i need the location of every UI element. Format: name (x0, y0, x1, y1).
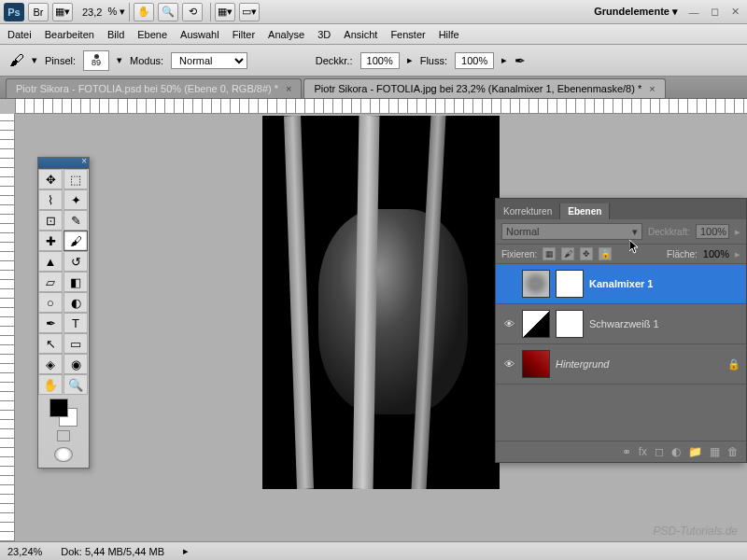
layer-mask-thumb[interactable] (556, 310, 584, 338)
layer-name[interactable]: Schwarzweiß 1 (589, 318, 740, 329)
type-tool[interactable]: T (63, 313, 88, 333)
canvas[interactable] (262, 116, 500, 489)
menu-ebene[interactable]: Ebene (137, 29, 167, 40)
document-tab-2[interactable]: Piotr Sikora - FOTOLIA.jpg bei 23,2% (Ka… (303, 78, 665, 98)
close-button[interactable]: ✕ (726, 6, 743, 19)
rotate-view-button[interactable]: ⟲ (182, 3, 203, 21)
status-zoom[interactable]: 23,24% (7, 546, 42, 557)
stamp-tool[interactable]: ▲ (38, 251, 63, 272)
layer-name[interactable]: Hintergrund (556, 358, 722, 370)
layer-thumb[interactable] (522, 350, 550, 378)
lock-icon: 🔒 (727, 358, 740, 371)
tab-ebenen[interactable]: Ebenen (560, 203, 610, 219)
document-tab-1[interactable]: Piotr Sikora - FOTOLIA.psd bei 50% (Eben… (6, 78, 302, 98)
mode-label: Modus: (130, 55, 163, 66)
tab-korrekturen[interactable]: Korrekturen (496, 203, 560, 219)
menu-datei[interactable]: Datei (7, 29, 32, 40)
zoom-tool-button[interactable]: 🔍 (158, 3, 178, 21)
blur-tool[interactable]: ○ (38, 292, 63, 313)
layer-opacity-label: Deckkraft: (648, 227, 690, 237)
vertical-ruler[interactable] (0, 114, 15, 551)
shape-tool[interactable]: ▭ (63, 333, 88, 354)
quick-mask-icon[interactable] (57, 430, 70, 441)
color-swatches[interactable] (49, 399, 78, 427)
bridge-button[interactable]: Br (28, 3, 49, 21)
fill-input[interactable]: 100% (703, 248, 729, 259)
maximize-button[interactable]: ◻ (706, 6, 723, 19)
layer-schwarzweiss[interactable]: 👁 Schwarzweiß 1 (496, 304, 746, 344)
group-icon[interactable]: 📁 (688, 445, 702, 458)
wand-tool[interactable]: ✦ (63, 189, 88, 210)
foreground-color[interactable] (49, 399, 68, 417)
adjustment-icon[interactable]: ◐ (671, 445, 681, 458)
layer-kanalmixer[interactable]: Kanalmixer 1 (496, 264, 746, 304)
lock-all[interactable]: 🔒 (599, 247, 612, 260)
menu-analyse[interactable]: Analyse (268, 29, 304, 40)
visibility-toggle[interactable]: 👁 (501, 358, 516, 370)
lasso-tool[interactable]: ⌇ (38, 189, 63, 210)
flow-input[interactable]: 100% (455, 52, 494, 69)
layer-mask-thumb[interactable] (556, 270, 584, 298)
fill-label: Fläche: (667, 249, 698, 259)
pen-tool[interactable]: ✒ (38, 313, 63, 333)
close-tab-icon[interactable]: × (286, 83, 291, 94)
zoom-tool[interactable]: 🔍 (63, 374, 88, 395)
brush-tool[interactable]: 🖌 (63, 231, 88, 251)
mask-icon[interactable]: ◻ (655, 445, 664, 458)
horizontal-ruler[interactable] (15, 99, 747, 114)
history-brush-tool[interactable]: ↺ (63, 251, 88, 272)
view-extras-dropdown[interactable]: ▦▾ (52, 3, 73, 21)
fx-icon[interactable]: fx (639, 445, 647, 458)
minimize-button[interactable]: — (685, 6, 702, 19)
arrange-dropdown[interactable]: ▦▾ (215, 3, 235, 21)
workspace-switcher[interactable]: Grundelemente ▾ (594, 6, 678, 18)
menu-fenster[interactable]: Fenster (390, 29, 425, 40)
hand-tool[interactable]: ✋ (38, 374, 63, 395)
menu-hilfe[interactable]: Hilfe (439, 29, 459, 40)
opacity-input[interactable]: 100% (360, 52, 400, 69)
menu-auswahl[interactable]: Auswahl (180, 29, 219, 40)
menu-3d[interactable]: 3D (317, 29, 331, 40)
zoom-value[interactable]: 23,2 (82, 7, 102, 18)
3d-tool[interactable]: ◈ (38, 354, 63, 374)
dodge-tool[interactable]: ◐ (63, 292, 88, 313)
screen-mode-icon[interactable] (54, 447, 73, 462)
lock-transparency[interactable]: ▦ (543, 247, 556, 260)
link-layers-icon[interactable]: ⚭ (622, 445, 631, 458)
status-doc-size[interactable]: Dok: 5,44 MB/5,44 MB (61, 546, 164, 557)
toolbox: ✥ ⬚ ⌇ ✦ ⊡ ✎ ✚ 🖌 ▲ ↺ ▱ ◧ ○ ◐ ✒ T ↖ ▭ ◈ ◉ … (37, 157, 90, 469)
layer-name[interactable]: Kanalmixer 1 (589, 278, 740, 289)
gradient-tool[interactable]: ◧ (63, 272, 88, 292)
lock-pixels[interactable]: 🖌 (561, 247, 574, 260)
eyedropper-tool[interactable]: ✎ (63, 210, 88, 231)
lock-position[interactable]: ✥ (580, 247, 593, 260)
path-tool[interactable]: ↖ (38, 333, 63, 354)
hand-tool-button[interactable]: ✋ (134, 3, 154, 21)
new-layer-icon[interactable]: ▦ (710, 445, 720, 458)
layer-hintergrund[interactable]: 👁 Hintergrund 🔒 (496, 344, 746, 385)
adjustment-thumb-icon[interactable] (522, 270, 550, 298)
3d-camera-tool[interactable]: ◉ (63, 354, 88, 374)
heal-tool[interactable]: ✚ (38, 231, 63, 251)
opacity-label: Deckkr.: (316, 55, 353, 66)
eraser-tool[interactable]: ▱ (38, 272, 63, 292)
layer-blend-mode[interactable]: Normal▾ (501, 223, 642, 240)
menu-ansicht[interactable]: Ansicht (344, 29, 377, 40)
layers-panel: Korrekturen Ebenen Normal▾ Deckkraft: 10… (495, 198, 747, 463)
close-tab-icon[interactable]: × (649, 83, 655, 94)
menu-bild[interactable]: Bild (107, 29, 124, 40)
toolbox-header[interactable] (38, 158, 89, 169)
marquee-tool[interactable]: ⬚ (63, 169, 88, 189)
menu-bearbeiten[interactable]: Bearbeiten (45, 29, 94, 40)
blend-mode-select[interactable]: Normal (171, 52, 247, 69)
menu-filter[interactable]: Filter (233, 29, 255, 40)
crop-tool[interactable]: ⊡ (38, 210, 63, 231)
screen-mode-dropdown[interactable]: ▭▾ (239, 3, 260, 21)
visibility-toggle[interactable]: 👁 (501, 318, 516, 329)
layer-opacity-input[interactable]: 100% (696, 224, 729, 239)
airbrush-icon[interactable]: ✒ (514, 53, 526, 68)
move-tool[interactable]: ✥ (38, 169, 63, 189)
brush-preset-picker[interactable]: 89 (83, 50, 109, 71)
adjustment-thumb-icon[interactable] (522, 310, 550, 338)
delete-layer-icon[interactable]: 🗑 (727, 445, 739, 458)
